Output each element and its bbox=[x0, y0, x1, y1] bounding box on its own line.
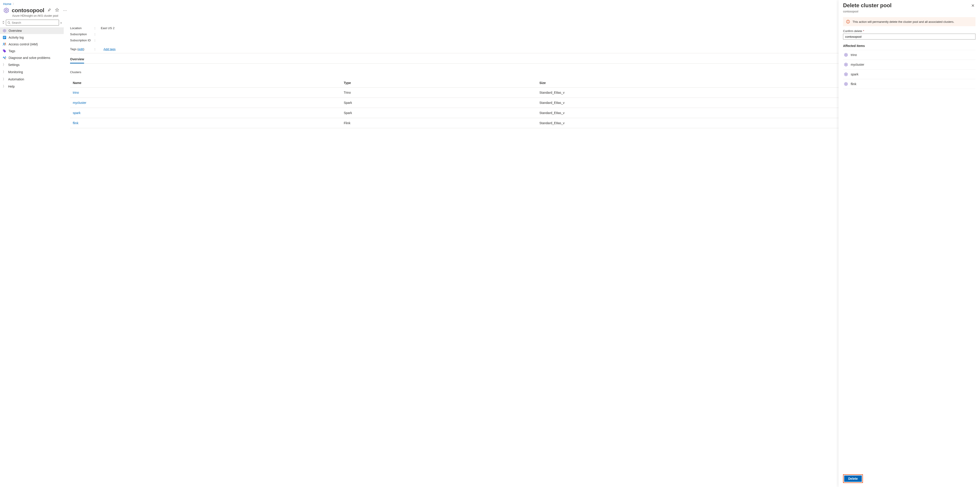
breadcrumb: Home 〉 bbox=[0, 0, 980, 7]
delete-button[interactable]: Delete bbox=[844, 476, 862, 482]
affected-item: flink bbox=[843, 79, 975, 89]
sidebar-item-help[interactable]: 〉 Help bbox=[0, 83, 64, 90]
svg-rect-20 bbox=[848, 21, 848, 23]
cluster-pool-icon bbox=[3, 7, 10, 14]
sidebar-item-label: Tags bbox=[9, 49, 15, 53]
tab-overview[interactable]: Overview bbox=[70, 57, 84, 63]
cluster-icon bbox=[844, 53, 848, 57]
warning-text: This action will permanently delete the … bbox=[853, 20, 954, 24]
close-icon[interactable]: ✕ bbox=[970, 2, 975, 9]
sidebar: « Overview Activity log Access control (… bbox=[0, 20, 64, 487]
cluster-link[interactable]: flink bbox=[73, 121, 78, 125]
sidebar-item-diagnose[interactable]: Diagnose and solve problems bbox=[0, 54, 64, 61]
activity-log-icon bbox=[3, 36, 6, 39]
svg-point-19 bbox=[848, 21, 848, 21]
more-icon[interactable]: ⋯ bbox=[62, 7, 68, 14]
sidebar-item-monitoring[interactable]: 〉 Monitoring bbox=[0, 68, 64, 76]
table-row: trino Trino Standard_E8as_v bbox=[70, 87, 974, 98]
access-control-icon bbox=[3, 43, 6, 46]
panel-title: Delete cluster pool bbox=[843, 2, 892, 9]
page-title: contosopool bbox=[12, 7, 44, 14]
sidebar-search[interactable] bbox=[6, 20, 59, 25]
chevron-right-icon: 〉 bbox=[3, 84, 6, 89]
sidebar-item-label: Access control (IAM) bbox=[9, 43, 38, 46]
affected-item-name: spark bbox=[851, 73, 858, 76]
sidebar-item-access-control[interactable]: Access control (IAM) bbox=[0, 41, 64, 48]
sidebar-item-activity-log[interactable]: Activity log bbox=[0, 34, 64, 41]
col-type[interactable]: Type bbox=[341, 78, 537, 87]
cluster-icon bbox=[844, 72, 848, 76]
affected-item: trino bbox=[843, 50, 975, 60]
cluster-type: Spark bbox=[341, 98, 537, 108]
pin-icon[interactable] bbox=[46, 7, 52, 14]
add-tags-link[interactable]: Add tags bbox=[103, 48, 116, 51]
sort-handle-icon[interactable] bbox=[2, 21, 5, 25]
svg-point-16 bbox=[5, 43, 6, 44]
sidebar-item-label: Activity log bbox=[9, 36, 24, 39]
clusters-table: Name Type Size trino Trino Standard_E8as… bbox=[70, 78, 974, 128]
svg-point-15 bbox=[3, 43, 5, 44]
table-row: spark Spark Standard_E8as_v bbox=[70, 108, 974, 118]
table-row: flink Flink Standard_E8as_v bbox=[70, 118, 974, 128]
affected-item-name: trino bbox=[851, 53, 857, 57]
cluster-type: Flink bbox=[341, 118, 537, 128]
affected-items-heading: Affected items bbox=[838, 43, 980, 50]
sidebar-item-overview[interactable]: Overview bbox=[0, 27, 64, 34]
svg-marker-8 bbox=[56, 8, 59, 11]
affected-item-name: flink bbox=[851, 82, 856, 86]
affected-item: mycluster bbox=[843, 60, 975, 70]
cluster-icon bbox=[844, 63, 848, 67]
location-label: Location bbox=[70, 26, 94, 30]
svg-point-17 bbox=[3, 50, 4, 51]
edit-tags-link[interactable]: edit bbox=[78, 48, 83, 51]
sidebar-item-label: Diagnose and solve problems bbox=[9, 56, 50, 60]
cluster-type: Trino bbox=[341, 87, 537, 98]
required-star: * bbox=[863, 29, 864, 33]
subscription-label: Subscription bbox=[70, 33, 94, 36]
collapse-sidebar-icon[interactable]: « bbox=[60, 21, 62, 24]
sidebar-item-label: Help bbox=[8, 85, 15, 88]
tags-label: Tags (edit) bbox=[70, 48, 94, 51]
warning-banner: This action will permanently delete the … bbox=[843, 17, 975, 26]
clusters-heading: Clusters bbox=[70, 70, 974, 74]
confirm-label: Confirm delete bbox=[843, 29, 862, 33]
sidebar-item-label: Overview bbox=[9, 29, 22, 33]
search-input[interactable] bbox=[12, 21, 57, 24]
chevron-right-icon: 〉 bbox=[13, 2, 15, 6]
affected-item: spark bbox=[843, 70, 975, 79]
confirm-input[interactable] bbox=[843, 33, 975, 40]
cluster-type: Spark bbox=[341, 108, 537, 118]
diagnose-icon bbox=[3, 56, 6, 60]
cluster-link[interactable]: mycluster bbox=[73, 101, 86, 105]
sidebar-item-tags[interactable]: Tags bbox=[0, 48, 64, 54]
search-icon bbox=[8, 21, 10, 24]
affected-item-name: mycluster bbox=[851, 63, 864, 67]
svg-rect-12 bbox=[3, 36, 6, 37]
breadcrumb-home[interactable]: Home bbox=[3, 2, 11, 6]
delete-highlight: Delete bbox=[843, 474, 863, 483]
sidebar-item-label: Settings bbox=[8, 63, 20, 67]
col-name[interactable]: Name bbox=[70, 78, 341, 87]
cluster-link[interactable]: spark bbox=[73, 111, 80, 115]
svg-rect-13 bbox=[3, 37, 6, 38]
cluster-icon bbox=[844, 82, 848, 86]
svg-rect-14 bbox=[3, 38, 5, 38]
hex-icon bbox=[3, 29, 6, 33]
favorite-icon[interactable] bbox=[54, 7, 60, 14]
page-subtitle: Azure HDInsight on AKS cluster pool bbox=[0, 14, 980, 20]
cluster-link[interactable]: trino bbox=[73, 91, 79, 94]
location-value: East US 2 bbox=[101, 26, 115, 30]
chevron-right-icon: 〉 bbox=[3, 63, 6, 67]
chevron-right-icon: 〉 bbox=[3, 77, 6, 81]
panel-subtitle: contosopool bbox=[838, 10, 980, 16]
svg-line-10 bbox=[10, 23, 10, 24]
sidebar-item-label: Monitoring bbox=[8, 70, 23, 74]
table-row: mycluster Spark Standard_E8as_v bbox=[70, 98, 974, 108]
tags-icon bbox=[3, 49, 6, 53]
sidebar-item-settings[interactable]: 〉 Settings bbox=[0, 61, 64, 68]
sidebar-item-label: Automation bbox=[8, 78, 24, 81]
info-icon bbox=[846, 20, 850, 24]
delete-panel: Delete cluster pool ✕ contosopool This a… bbox=[838, 0, 980, 487]
chevron-right-icon: 〉 bbox=[3, 70, 6, 74]
sidebar-item-automation[interactable]: 〉 Automation bbox=[0, 76, 64, 83]
